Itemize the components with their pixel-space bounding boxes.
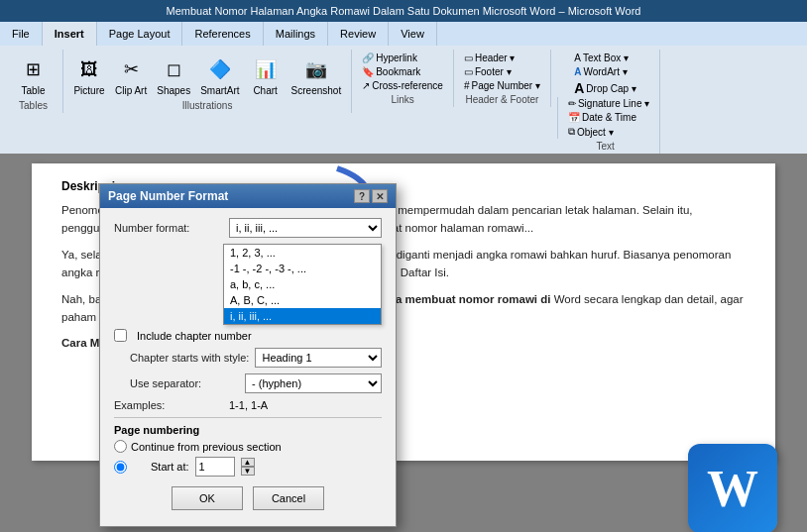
dropdown-item-5[interactable]: i, ii, iii, ... (224, 308, 381, 324)
text-box-label: Text Box ▾ (583, 53, 629, 63)
page-number-button[interactable]: # Page Number ▾ (460, 79, 544, 92)
cross-reference-button[interactable]: ↗ Cross-reference (358, 79, 447, 92)
use-separator-select[interactable]: - (hyphen) (245, 373, 382, 393)
tab-mailings[interactable]: Mailings (264, 22, 328, 46)
examples-row: Examples: 1-1, 1-A (114, 399, 382, 411)
start-at-radio[interactable] (114, 461, 127, 474)
continue-label: Continue from previous section (131, 441, 282, 453)
cancel-button[interactable]: Cancel (253, 486, 324, 510)
examples-label: Examples: (114, 399, 223, 411)
table-button[interactable]: ⊞ Table (14, 52, 54, 98)
cross-reference-label: Cross-reference (372, 80, 443, 91)
continue-radio[interactable] (114, 440, 127, 453)
start-at-radio-row: Start at: ▲ ▼ (114, 457, 382, 477)
number-format-dropdown: 1, 2, 3, ... -1 -, -2 -, -3 -, ... a, b,… (223, 244, 382, 325)
links-group-label: Links (391, 94, 413, 105)
dialog-titlebar-buttons: ? ✕ (354, 189, 388, 203)
dialog-container: Page Number Format ? ✕ Number format: 1,… (99, 183, 397, 527)
screenshot-label: Screenshot (291, 85, 342, 96)
text-box-button[interactable]: A Text Box ▾ (570, 52, 640, 64)
screenshot-icon: 📷 (300, 53, 332, 85)
footer-button[interactable]: ▭ Footer ▾ (460, 65, 544, 78)
tab-page-layout[interactable]: Page Layout (97, 22, 183, 46)
hyperlink-button[interactable]: 🔗 Hyperlink (358, 52, 447, 64)
wordart-button[interactable]: A WordArt ▾ (570, 65, 640, 78)
tab-view[interactable]: View (389, 22, 437, 46)
picture-button[interactable]: 🖼 Picture (69, 52, 109, 98)
object-icon: ⧉ (568, 126, 575, 138)
dropdown-area: 1, 2, 3, ... -1 -, -2 -, -3 -, ... a, b,… (114, 244, 382, 325)
chapter-starts-select[interactable]: Heading 1 (255, 348, 382, 368)
screenshot-button[interactable]: 📷 Screenshot (288, 52, 346, 98)
clip-art-icon: ✂ (115, 53, 147, 85)
object-button[interactable]: ⧉ Object ▾ (564, 125, 653, 139)
chapter-starts-label: Chapter starts with style: (130, 352, 249, 364)
chapter-starts-row: Chapter starts with style: Heading 1 (114, 348, 382, 368)
number-format-row: Number format: 1, 2, 3, ... -1 -, -2 -, … (114, 218, 382, 238)
tab-file[interactable]: File (0, 22, 43, 46)
dropdown-item-1[interactable]: 1, 2, 3, ... (224, 245, 381, 261)
picture-icon: 🖼 (73, 53, 105, 85)
signature-line-icon: ✏ (568, 98, 576, 109)
tab-references[interactable]: References (182, 22, 263, 46)
page-numbering-title: Page numbering (114, 424, 382, 436)
hyperlink-icon: 🔗 (362, 53, 374, 63)
header-label: Header ▾ (475, 53, 516, 63)
ok-button[interactable]: OK (172, 486, 243, 510)
tab-insert[interactable]: Insert (43, 22, 97, 46)
hyperlink-label: Hyperlink (376, 53, 417, 63)
text-small-group-right: ✏ Signature Line ▾ 📅 Date & Time ⧉ Objec… (557, 97, 653, 139)
smartart-icon: 🔷 (204, 53, 236, 85)
tab-review[interactable]: Review (328, 22, 389, 46)
date-time-button[interactable]: 📅 Date & Time (564, 111, 653, 124)
ribbon-tabs: File Insert Page Layout References Maili… (0, 22, 807, 46)
number-format-select[interactable]: 1, 2, 3, ... -1 -, -2 -, -3 -, ... a, b,… (229, 218, 382, 238)
title-text: Membuat Nomor Halaman Angka Romawi Dalam… (167, 5, 641, 17)
wordart-label: WordArt ▾ (583, 66, 627, 77)
ribbon-group-tables: ⊞ Table Tables (4, 50, 63, 113)
ribbon-group-illustrations: 🖼 Picture ✂ Clip Art ◻ Shapes 🔷 SmartArt… (63, 50, 352, 113)
ribbon-group-links: 🔗 Hyperlink 🔖 Bookmark ↗ Cross-reference… (352, 50, 454, 107)
shapes-button[interactable]: ◻ Shapes (153, 52, 194, 98)
bookmark-button[interactable]: 🔖 Bookmark (358, 65, 447, 78)
clip-art-button[interactable]: ✂ Clip Art (111, 52, 151, 98)
dialog-help-button[interactable]: ? (354, 189, 370, 203)
chart-icon: 📊 (250, 53, 282, 85)
text-small-group-left: A Text Box ▾ A WordArt ▾ A Drop Cap ▾ (570, 52, 640, 97)
drop-cap-icon: A (574, 80, 584, 96)
table-label: Table (22, 85, 46, 96)
header-button[interactable]: ▭ Header ▾ (460, 52, 544, 64)
illustrations-group-label: Illustrations (182, 100, 233, 111)
cross-reference-icon: ↗ (362, 80, 370, 91)
continue-radio-row: Continue from previous section (114, 440, 382, 453)
chart-label: Chart (253, 85, 277, 96)
page-number-icon: # (464, 80, 470, 91)
ribbon-group-header-footer: ▭ Header ▾ ▭ Footer ▾ # Page Number ▾ He… (454, 50, 551, 107)
dropdown-item-3[interactable]: a, b, c, ... (224, 276, 381, 292)
include-chapter-row: Include chapter number (114, 329, 382, 342)
spinner-down-button[interactable]: ▼ (241, 467, 255, 476)
signature-line-button[interactable]: ✏ Signature Line ▾ (564, 97, 653, 110)
start-at-spinner: ▲ ▼ (241, 458, 255, 476)
spinner-up-button[interactable]: ▲ (241, 458, 255, 467)
dropdown-item-4[interactable]: A, B, C, ... (224, 292, 381, 308)
table-icon: ⊞ (18, 53, 50, 85)
dialog-close-button[interactable]: ✕ (372, 189, 388, 203)
dropdown-item-2[interactable]: -1 -, -2 -, -3 -, ... (224, 261, 381, 276)
smartart-button[interactable]: 🔷 SmartArt (196, 52, 243, 98)
links-small-group: 🔗 Hyperlink 🔖 Bookmark ↗ Cross-reference (358, 52, 447, 92)
include-chapter-label: Include chapter number (137, 330, 252, 342)
date-time-label: Date & Time (582, 112, 636, 123)
header-footer-small-group: ▭ Header ▾ ▭ Footer ▾ # Page Number ▾ (460, 52, 544, 92)
drop-cap-button[interactable]: A Drop Cap ▾ (570, 79, 640, 97)
use-separator-row: Use separator: - (hyphen) (114, 373, 382, 393)
dialog-titlebar: Page Number Format ? ✕ (100, 184, 396, 208)
include-chapter-checkbox[interactable] (114, 329, 127, 342)
drop-cap-label: Drop Cap ▾ (586, 83, 636, 94)
header-footer-group-label: Header & Footer (465, 94, 538, 105)
chart-button[interactable]: 📊 Chart (246, 52, 286, 98)
start-at-input[interactable] (195, 457, 235, 477)
document-area: Deskripsi: Penomoran halaman pada dokume… (0, 154, 807, 532)
wordart-icon: A (574, 66, 581, 77)
shapes-icon: ◻ (158, 53, 189, 85)
